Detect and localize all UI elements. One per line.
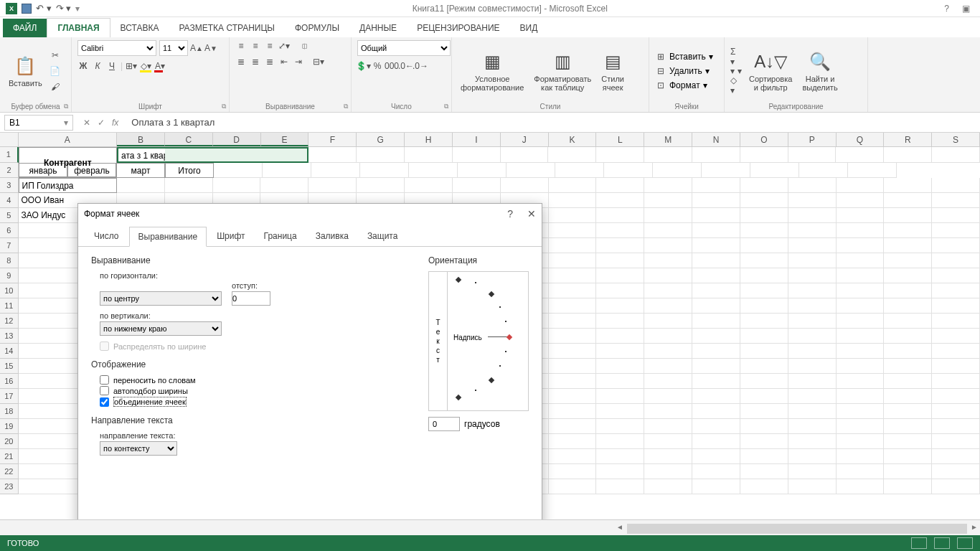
cell[interactable] xyxy=(644,419,692,434)
cell[interactable] xyxy=(644,178,692,193)
cell[interactable] xyxy=(837,283,885,298)
row-header[interactable]: 12 xyxy=(0,314,19,329)
cell[interactable] xyxy=(837,389,885,404)
row-header[interactable]: 8 xyxy=(0,253,19,268)
cell[interactable] xyxy=(644,253,692,268)
number-launcher-icon[interactable]: ⧉ xyxy=(444,103,448,110)
conditional-formatting-button[interactable]: ▦Условное форматирование xyxy=(458,40,527,101)
cell[interactable] xyxy=(884,434,932,449)
cell[interactable] xyxy=(596,374,644,389)
column-header[interactable]: F xyxy=(308,133,357,146)
cell[interactable] xyxy=(549,268,597,283)
tab-file[interactable]: ФАЙЛ xyxy=(3,19,47,37)
sort-filter-button[interactable]: A↓▽Сортировка и фильтр xyxy=(746,40,795,101)
cell[interactable] xyxy=(788,147,837,163)
align-middle-icon[interactable]: ≡ xyxy=(250,40,261,52)
cell[interactable] xyxy=(453,147,501,163)
cell[interactable] xyxy=(740,314,788,329)
font-size-select[interactable]: 11 xyxy=(159,40,188,56)
paste-button[interactable]: 📋 Вставить xyxy=(6,40,45,101)
cell[interactable] xyxy=(740,329,788,344)
bold-button[interactable]: Ж xyxy=(77,60,89,72)
merge-cells-checkbox[interactable] xyxy=(100,397,109,407)
cell[interactable] xyxy=(740,238,788,253)
cell[interactable] xyxy=(884,374,932,389)
cell[interactable] xyxy=(644,147,692,163)
cell[interactable] xyxy=(837,268,885,283)
cell[interactable] xyxy=(932,208,980,223)
redo-icon[interactable]: ↷ ▾ xyxy=(56,3,72,14)
cell[interactable] xyxy=(596,283,644,298)
cell[interactable]: ИП Голиздра xyxy=(19,178,117,193)
indent-decrease-icon[interactable]: ⇤ xyxy=(278,56,290,67)
cell[interactable] xyxy=(740,178,788,193)
dialog-tab-alignment[interactable]: Выравнивание xyxy=(129,227,207,247)
cell[interactable] xyxy=(596,178,644,193)
cell[interactable] xyxy=(702,163,750,178)
cell[interactable] xyxy=(644,268,692,283)
cell[interactable] xyxy=(692,283,740,298)
find-select-button[interactable]: 🔍Найти и выделить xyxy=(799,40,840,101)
cell[interactable] xyxy=(548,147,596,163)
cell[interactable] xyxy=(644,479,692,494)
tab-insert[interactable]: ВСТАВКА xyxy=(110,19,169,37)
cell[interactable] xyxy=(740,419,788,434)
cell[interactable] xyxy=(740,193,788,208)
cell[interactable] xyxy=(932,283,980,298)
copy-icon[interactable]: 📄 xyxy=(50,65,61,77)
column-header[interactable]: S xyxy=(932,133,980,146)
comma-icon[interactable]: 000 xyxy=(386,60,397,72)
cell[interactable] xyxy=(263,163,311,178)
cell[interactable] xyxy=(653,163,702,178)
dialog-tab-fill[interactable]: Заливка xyxy=(307,227,357,246)
cell[interactable] xyxy=(788,419,837,434)
font-name-select[interactable]: Calibri xyxy=(77,40,156,56)
row-header[interactable]: 21 xyxy=(0,449,19,464)
align-top-icon[interactable]: ≡ xyxy=(235,40,247,52)
cell[interactable] xyxy=(740,449,788,464)
cell[interactable] xyxy=(884,283,932,298)
text-direction-select[interactable]: по контексту xyxy=(100,441,177,456)
cell[interactable] xyxy=(692,389,740,404)
cell[interactable] xyxy=(788,359,837,374)
cell[interactable] xyxy=(740,404,788,419)
cell[interactable] xyxy=(740,283,788,298)
wrap-text-icon[interactable]: ⎅ xyxy=(298,40,310,52)
cell[interactable] xyxy=(644,314,692,329)
cell[interactable] xyxy=(884,178,932,193)
cell[interactable] xyxy=(692,479,740,494)
tab-data[interactable]: ДАННЫЕ xyxy=(349,19,407,37)
cell[interactable] xyxy=(692,193,740,208)
cell[interactable] xyxy=(932,389,980,404)
row-header[interactable]: 17 xyxy=(0,389,19,404)
format-painter-icon[interactable]: 🖌 xyxy=(50,81,61,93)
row-header[interactable]: 22 xyxy=(0,464,19,479)
cell[interactable] xyxy=(596,314,644,329)
row-header[interactable]: 2 xyxy=(0,163,19,178)
cell[interactable] xyxy=(932,344,980,359)
cell[interactable] xyxy=(360,163,409,178)
tab-review[interactable]: РЕЦЕНЗИРОВАНИЕ xyxy=(407,19,509,37)
cell[interactable] xyxy=(740,298,788,314)
cell[interactable] xyxy=(932,268,980,283)
cell[interactable] xyxy=(596,298,644,314)
column-header[interactable]: M xyxy=(644,133,692,146)
cell[interactable] xyxy=(692,434,740,449)
tab-formulas[interactable]: ФОРМУЛЫ xyxy=(285,19,349,37)
cell[interactable] xyxy=(692,404,740,419)
vertical-text-button[interactable]: Текст xyxy=(429,272,448,410)
font-launcher-icon[interactable]: ⧉ xyxy=(222,103,226,110)
cell[interactable] xyxy=(692,329,740,344)
cell[interactable] xyxy=(884,193,932,208)
cell[interactable] xyxy=(692,253,740,268)
cell[interactable] xyxy=(788,223,837,238)
cell[interactable] xyxy=(165,178,213,193)
column-header[interactable]: O xyxy=(740,133,788,146)
cell[interactable] xyxy=(837,238,885,253)
cell[interactable] xyxy=(750,163,799,178)
merge-icon[interactable]: ⊟▾ xyxy=(313,56,324,67)
cell[interactable] xyxy=(788,253,837,268)
increase-decimal-icon[interactable]: .0← xyxy=(400,60,412,72)
cell[interactable] xyxy=(740,344,788,359)
cell[interactable] xyxy=(596,419,644,434)
